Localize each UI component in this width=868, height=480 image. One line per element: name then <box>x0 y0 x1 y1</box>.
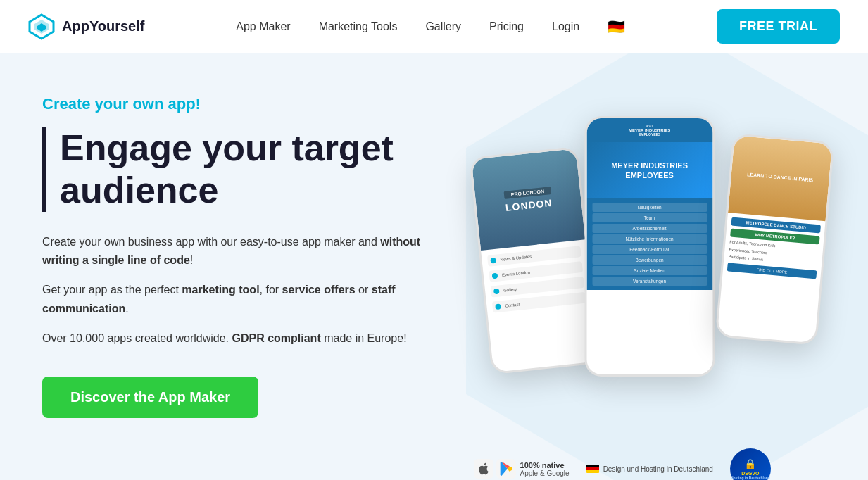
hero-para1-text: Create your own business app with our ea… <box>42 236 380 248</box>
hero-para1: Create your own business app with our ea… <box>42 233 458 270</box>
hero-para2-end: . <box>125 303 128 315</box>
hero-para3-bold: GDPR compliant <box>232 332 320 344</box>
badges-row: 100% native Apple & Google Design und Ho… <box>474 448 826 480</box>
hero-para1-end: ! <box>190 254 193 266</box>
hero-tagline: Create your own app! <box>42 95 458 113</box>
phone-center: 9:41 MEYER INDUSTRIES EMPLOYEES MEYER IN… <box>584 116 715 377</box>
phone-menu-item-2: Team <box>592 213 707 222</box>
phone-left-city: LONDON <box>505 196 553 213</box>
nav-login[interactable]: Login <box>552 20 579 33</box>
google-play-icon <box>496 459 516 479</box>
phone-center-menu: Neuigkeiten Team Arbeitssicherheit Nützl… <box>586 198 712 290</box>
hero-para2-mid: , for <box>260 284 282 296</box>
phone-center-hero-image: MEYER INDUSTRIES EMPLOYEES <box>586 142 712 198</box>
phone-right: LEARN TO DANCE IN PARIS METROPOLE DANCE … <box>715 133 835 346</box>
logo-icon <box>28 13 55 40</box>
phone-menu-item-7: Soziale Medien <box>592 266 707 275</box>
language-flag-de[interactable]: 🇩🇪 <box>608 18 625 35</box>
main-nav: App Maker Marketing Tools Gallery Pricin… <box>236 18 625 35</box>
phone-left: PRO LONDON LONDON News & Updates Events … <box>469 146 600 375</box>
phone-center-header: 9:41 MEYER INDUSTRIES EMPLOYEES <box>586 118 712 142</box>
phone-left-hero-image: PRO LONDON LONDON <box>472 149 586 251</box>
hero-para2-bold1: marketing tool <box>182 284 259 296</box>
hero-section: Create your own app! Engage your target … <box>0 53 868 480</box>
mini-dot-1 <box>490 258 496 264</box>
mini-dot-4 <box>495 303 501 310</box>
phone-menu-item-8: Veranstaltungen <box>592 277 707 286</box>
free-trial-button[interactable]: FREE TRIAL <box>717 9 840 44</box>
hero-left: Create your own app! Engage your target … <box>42 95 458 418</box>
badge-native: 100% native Apple & Google <box>474 459 570 479</box>
badge-design-hosting: Design und Hosting in Deutschland <box>586 465 713 474</box>
hero-para2: Get your app as the perfect marketing to… <box>42 281 458 318</box>
hero-heading: Engage your target audience <box>42 127 458 212</box>
phone-center-company-name: MEYER INDUSTRIES EMPLOYEES <box>586 156 712 185</box>
nav-pricing[interactable]: Pricing <box>489 20 524 33</box>
design-hosting-label: Design und Hosting in Deutschland <box>603 465 713 474</box>
phone-left-content: News & Updates Events London Gallery Con… <box>481 239 593 323</box>
hero-para3-start: Over 10,000 apps created worldwide. <box>42 332 232 344</box>
phone-right-content: METROPOLE DANCE STUDIO WHY METROPOLE? Fo… <box>722 213 825 284</box>
phones-container: PRO LONDON LONDON News & Updates Events … <box>473 95 826 480</box>
hero-para2-bold2: service offers <box>282 284 356 296</box>
dsgvo-seal: DSGVO Hosting in Deutschland <box>730 448 771 480</box>
nav-marketing-tools[interactable]: Marketing Tools <box>319 20 398 33</box>
logo-text: AppYourself <box>62 18 144 34</box>
hero-para3-end: made in Europe! <box>321 332 407 344</box>
hero-heading-line1: Engage your target <box>60 127 394 168</box>
mini-dot-2 <box>492 273 498 279</box>
nav-app-maker[interactable]: App Maker <box>236 20 290 33</box>
mini-dot-3 <box>493 289 500 295</box>
discover-app-maker-button[interactable]: Discover the App Maker <box>42 377 258 418</box>
phone-menu-item-1: Neuigkeiten <box>592 203 707 212</box>
dsgvo-sub: Hosting in Deutschland <box>731 476 770 480</box>
apple-store-icon <box>474 459 493 479</box>
dsgvo-label: DSGVO <box>741 471 759 476</box>
native-badge-text: 100% native Apple & Google <box>520 461 570 477</box>
store-icons <box>474 459 516 479</box>
phone-menu-item-3: Arbeitssicherheit <box>592 224 707 233</box>
phone-menu-item-5: Feedback-Formular <box>592 245 707 254</box>
hero-para3: Over 10,000 apps created worldwide. GDPR… <box>42 329 458 348</box>
hero-right: PRO LONDON LONDON News & Updates Events … <box>473 95 826 480</box>
phone-right-title: LEARN TO DANCE IN PARIS <box>747 172 814 182</box>
nav-gallery[interactable]: Gallery <box>425 20 461 33</box>
phone-right-hero-image: LEARN TO DANCE IN PARIS <box>728 135 832 221</box>
hero-heading-line2: audience <box>60 170 218 210</box>
badge-dsgvo: DSGVO Hosting in Deutschland <box>730 448 771 480</box>
phone-menu-item-4: Nützliche Informationen <box>592 234 707 244</box>
logo[interactable]: AppYourself <box>28 13 144 40</box>
hero-para2-mid2: or <box>356 284 372 296</box>
phone-menu-item-6: Bewerbungen <box>592 255 707 265</box>
hero-para2-start: Get your app as the perfect <box>42 284 182 296</box>
flag-de-badge <box>586 465 599 473</box>
